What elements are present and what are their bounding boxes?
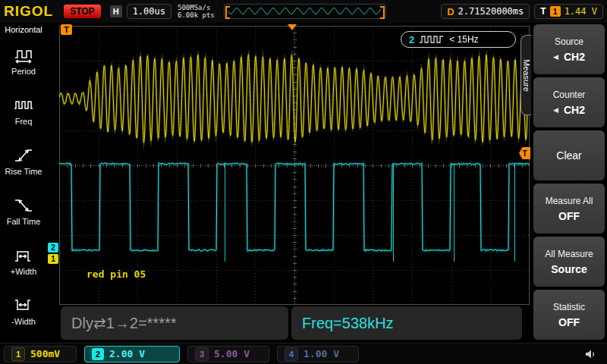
sidebar-item-period[interactable]: Period [2,36,46,86]
ch1-ground-marker[interactable]: 1 [48,254,58,264]
sidebar-item-label: Fall Time [7,217,41,226]
sidebar-item-fall-time[interactable]: Fall Time [2,186,46,236]
freq-icon [14,96,33,115]
rise-time-icon [14,146,33,165]
sidebar-item-label: -Width [11,317,36,326]
sidebar-item-label: Period [11,67,36,76]
trigger-label: T [540,6,546,17]
sidebar-item-rise-time[interactable]: Rise Time [2,136,46,186]
channel-3-button[interactable]: 3 5.00 V [187,346,269,362]
frequency-counter-badge: 2 < 15Hz [401,31,516,48]
speaker-icon[interactable] [585,349,597,359]
rigol-logo: RIGOL [4,3,53,20]
left-arrow-icon: ◀ [553,106,558,114]
timebase-box[interactable]: 1.00us [127,4,171,19]
sidebar-item-freq[interactable]: Freq [2,86,46,136]
fall-time-icon [14,196,33,215]
menu-clear-button[interactable]: Clear [533,130,605,180]
pulse-train-icon [419,35,445,44]
menu-label: Clear [556,149,581,162]
menu-value: CH2 [564,104,585,116]
waveform-canvas [59,26,530,305]
measure-menu-panel: Measure Source ◀ CH2 Counter ◀ CH2 Clear… [531,23,607,343]
trigger-box[interactable]: T 1 1.44 V [534,4,603,19]
menu-label: Counter [553,89,586,100]
preview-right-bracket-icon [380,6,385,19]
memory-waveform-preview[interactable] [224,4,386,19]
trigger-source-badge: 1 [550,6,561,17]
menu-statistic-button[interactable]: Statistic OFF [533,290,605,340]
menu-label: All Measure [545,249,593,259]
freq-measurement-readout: Freq=538kHz [291,306,522,340]
channel-1-badge: 1 [11,347,25,361]
memory-preview-canvas [228,6,381,16]
plus-width-icon [14,246,33,265]
trigger-position-icon[interactable] [288,24,297,30]
channel-4-button[interactable]: 4 1.00 V [277,346,359,362]
channel-4-scale: 1.00 V [304,348,339,359]
acquisition-info: 500MSa/s 6.00k pts [178,4,215,19]
channel-status-bar: 1 500mV 2 2.00 V 3 5.00 V 4 1.00 V [0,343,607,364]
sidebar-item-label: Freq [15,117,33,126]
minus-width-icon [14,297,33,315]
menu-value: OFF [558,316,580,328]
measure-item-sidebar: Horizontal Period Freq Rise Time [0,23,47,343]
top-status-bar: RIGOL STOP H 1.00us 500MSa/s 6.00k pts D… [0,0,607,23]
delay-measurement-readout: Dly⇄1→2=***** [61,306,288,340]
trigger-time-marker[interactable]: T [61,24,72,35]
timebase-value: 1.00us [133,6,165,17]
delay-box[interactable]: D 2.71520000ms [441,4,530,19]
memory-depth: 6.00k pts [178,11,215,19]
menu-counter-button[interactable]: Counter ◀ CH2 [533,77,605,127]
menu-measure-all-button[interactable]: Measure All OFF [533,184,605,234]
delay-value: 2.71520000ms [458,6,524,17]
menu-label: Statistic [553,302,585,312]
run-stop-indicator[interactable]: STOP [64,5,100,18]
menu-value: OFF [558,210,580,222]
measure-menu-tab[interactable]: Measure [521,35,531,115]
ch2-ground-marker[interactable]: 2 [48,243,58,253]
channel-4-badge: 4 [285,347,298,361]
channel-2-badge: 2 [92,348,104,360]
channel-3-scale: 5.00 V [214,348,250,359]
channel-1-button[interactable]: 1 500mV [4,346,77,362]
channel-3-badge: 3 [195,347,209,361]
sidebar-item-plus-width[interactable]: +Width [2,236,46,286]
channel-2-scale: 2.00 V [109,348,145,359]
period-icon [14,46,33,64]
horizontal-badge: H [110,5,122,17]
left-arrow-icon: ◀ [553,53,558,61]
trigger-level-value: 1.44 V [565,6,597,17]
menu-source-button[interactable]: Source ◀ CH2 [533,24,605,74]
oscilloscope-screen: RIGOL STOP H 1.00us 500MSa/s 6.00k pts D… [0,0,607,364]
menu-label: Measure All [546,196,593,206]
channel-2-button[interactable]: 2 2.00 V [84,346,180,362]
menu-all-measure-source-button[interactable]: All Measure Source [533,237,605,287]
waveform-display-area: T T 2 1 2 < 15Hz red pin 05 Dly⇄1→2=****… [47,23,531,343]
menu-value: Source [551,263,587,275]
sidebar-item-label: +Width [11,267,37,276]
sidebar-item-label: Rise Time [5,167,42,176]
channel-1-scale: 500mV [30,348,60,359]
sidebar-item-minus-width[interactable]: -Width [2,286,46,336]
menu-value: CH2 [564,51,585,63]
sample-rate: 500MSa/s [178,4,215,11]
delay-label: D [447,6,454,17]
counter-channel: 2 [409,34,414,46]
user-annotation: red pin 05 [86,268,146,280]
sidebar-title: Horizontal [5,25,42,34]
menu-label: Source [555,36,583,47]
counter-value: < 15Hz [449,34,478,45]
